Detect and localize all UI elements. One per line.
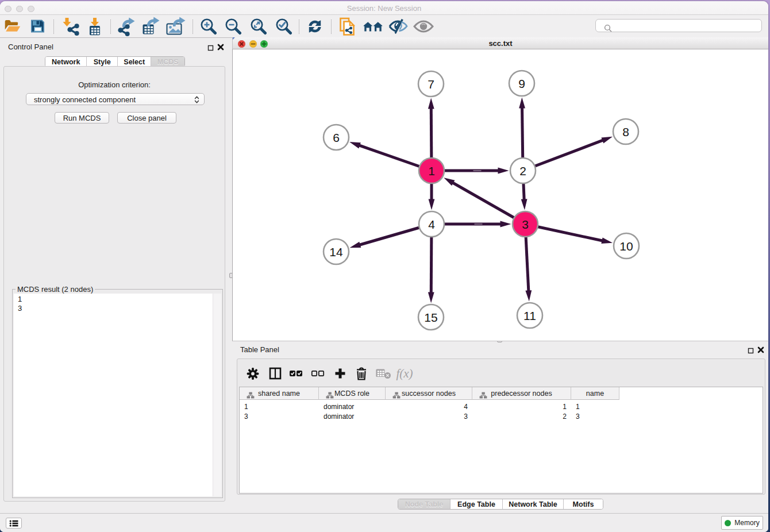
column-header-predecessor-nodes[interactable]: predecessor nodes — [472, 387, 571, 400]
homes-icon — [363, 17, 383, 36]
export-network-button[interactable] — [116, 17, 136, 36]
select-stepper-icon — [194, 95, 199, 104]
function-builder-button: f(x) — [396, 367, 413, 381]
column-header-MCDS-role[interactable]: MCDS role — [319, 387, 386, 400]
show-all-button[interactable] — [413, 19, 434, 34]
zoom-fit-icon — [249, 18, 267, 35]
plus-icon — [333, 367, 347, 380]
graph-node-label: 15 — [424, 311, 437, 324]
tab-select[interactable]: Select — [118, 57, 152, 67]
tab-network-table[interactable]: Network Table — [503, 499, 564, 509]
column-header-label: predecessor nodes — [491, 390, 552, 398]
mcds-result-line: 1 — [18, 295, 221, 304]
search-box[interactable] — [595, 19, 762, 32]
graph-arrowhead — [428, 292, 434, 303]
table-cell: 3 — [240, 411, 319, 421]
export-image-button[interactable] — [165, 17, 186, 36]
graph-node-label: 8 — [622, 125, 629, 138]
fx-icon: f(x) — [396, 367, 413, 381]
tab-motifs[interactable]: Motifs — [564, 499, 603, 509]
import-table-from-file-button[interactable] — [85, 17, 105, 36]
zoom-out-icon — [224, 18, 241, 35]
close-panel-button[interactable]: Close panel — [117, 112, 176, 124]
list-icon — [9, 519, 18, 527]
add-column-button[interactable] — [333, 367, 347, 380]
import-table-icon — [85, 17, 105, 36]
memory-status-dot — [725, 520, 731, 526]
graph-arrowhead — [519, 97, 525, 108]
table-cell: 3 — [386, 411, 472, 421]
memory-button[interactable]: Memory — [721, 516, 763, 530]
table-row-1[interactable]: 1dominator411 — [240, 402, 619, 411]
network-frame-title: scc.txt — [233, 39, 768, 48]
toolbar-separator — [110, 20, 111, 34]
unchecked-boxes-icon — [310, 367, 325, 380]
duplicate-network-button[interactable] — [338, 17, 357, 36]
mcds-panel: Optimization criterion: strongly connect… — [3, 66, 225, 502]
zoom-out-button[interactable] — [224, 18, 241, 35]
table-header: shared name MCDS role successor nodes pr… — [240, 387, 619, 400]
close-panel-icon[interactable] — [217, 43, 224, 53]
table-settings-button[interactable] — [246, 367, 260, 380]
graph-node-label: 7 — [428, 78, 434, 91]
mcds-result-scrollbar[interactable] — [213, 294, 221, 496]
mcds-result-group: MCDS result (2 nodes) 13 — [12, 289, 223, 498]
table-tabs: Node TableEdge TableNetwork TableMotifs — [398, 499, 603, 510]
graph-node-label: 3 — [522, 218, 529, 231]
graph-arrowhead — [349, 142, 361, 148]
eye-icon — [413, 19, 434, 34]
window-title: Session: New Session — [0, 4, 768, 13]
tab-network[interactable]: Network — [45, 57, 87, 67]
column-header-successor-nodes[interactable]: successor nodes — [386, 387, 472, 400]
delete-column-button[interactable] — [355, 366, 368, 381]
import-network-from-file-button[interactable] — [60, 17, 80, 36]
tab-mcds[interactable]: MCDS — [151, 57, 184, 67]
export-table-button[interactable] — [140, 17, 160, 36]
network-frame-titlebar: scc.txt — [232, 37, 768, 49]
table-cell: dominator — [319, 411, 386, 421]
delete-table-icon — [375, 367, 391, 380]
task-history-button[interactable] — [6, 518, 22, 529]
graph-node-label: 1 — [428, 164, 435, 178]
refresh-button[interactable] — [306, 17, 324, 36]
export-table-icon — [140, 17, 160, 36]
tab-style[interactable]: Style — [87, 57, 118, 67]
unselect-all-columns-button[interactable] — [310, 367, 325, 380]
column-header-shared-name[interactable]: shared name — [240, 387, 319, 400]
criterion-select[interactable]: strongly connected component — [26, 93, 205, 105]
table-close-icon[interactable] — [757, 345, 764, 356]
control-panel: Control Panel NetworkStyleSelectMCDS Opt… — [0, 37, 226, 514]
table-row-2[interactable]: 3dominator323 — [240, 411, 619, 421]
graph-node-label: 11 — [523, 309, 536, 322]
search-input[interactable] — [611, 20, 757, 31]
tab-edge-table[interactable]: Edge Table — [451, 499, 503, 509]
table-panel-title: Table Panel — [240, 345, 279, 354]
run-mcds-button[interactable]: Run MCDS — [55, 112, 109, 124]
hide-selected-button[interactable] — [388, 17, 408, 36]
column-header-label: shared name — [258, 390, 300, 398]
zoom-fit-button[interactable] — [249, 18, 267, 35]
column-layout-button[interactable] — [268, 367, 282, 380]
column-header-name[interactable]: name — [571, 387, 619, 400]
network-canvas[interactable]: 1234678910111415 — [232, 49, 768, 341]
folder-open-icon — [3, 17, 22, 36]
float-panel-icon[interactable] — [207, 43, 214, 53]
app-window: Session: New Session — [0, 1, 768, 532]
memory-label: Memory — [734, 519, 759, 527]
zoom-selected-button[interactable] — [275, 18, 292, 35]
graph-node-label: 2 — [519, 164, 526, 178]
open-session-button[interactable] — [3, 17, 22, 36]
tab-node-table[interactable]: Node Table — [398, 499, 451, 509]
save-session-button[interactable] — [28, 17, 47, 36]
select-all-columns-button[interactable] — [288, 367, 303, 380]
toolbar-separator — [299, 20, 299, 34]
graph-node-label: 6 — [333, 131, 340, 144]
first-neighbors-button[interactable] — [363, 17, 383, 36]
zoom-in-button[interactable] — [199, 18, 217, 35]
graph-arrowhead — [350, 242, 361, 248]
mcds-result-text[interactable]: 13 — [14, 294, 221, 496]
table-float-icon[interactable] — [748, 346, 754, 356]
window-titlebar: Session: New Session — [0, 1, 768, 15]
table-toolbar: f(x) — [237, 359, 765, 385]
column-header-label: successor nodes — [402, 390, 456, 398]
